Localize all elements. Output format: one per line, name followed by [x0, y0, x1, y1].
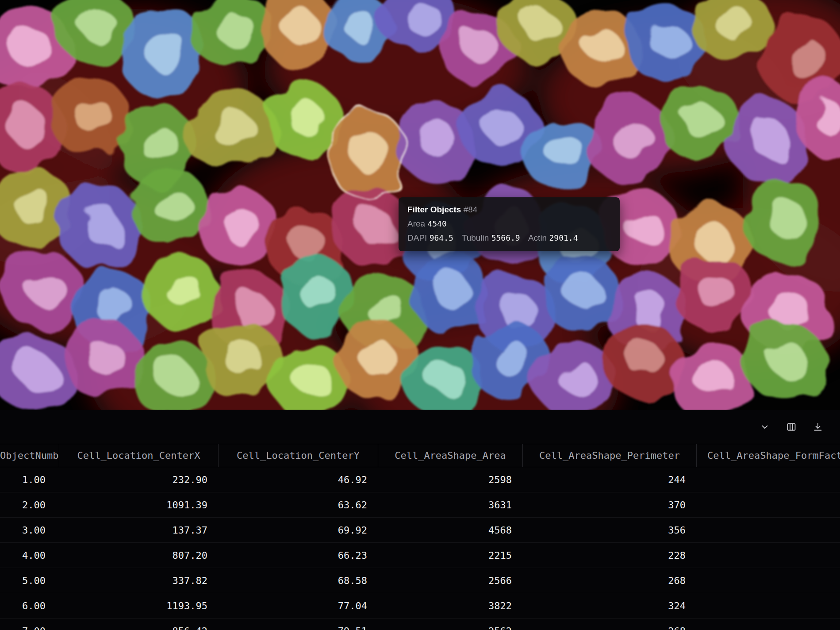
table-cell: 63.62	[218, 499, 378, 511]
table-cell: 268	[522, 575, 696, 586]
actin-label: Actin	[528, 233, 547, 242]
table-cell: 268	[522, 626, 696, 630]
image-viewer[interactable]: Filter Objects #84 Area 4540 DAPI 964.5 …	[0, 0, 840, 410]
table-cell: 356	[522, 525, 696, 536]
table-cell: 6.00	[0, 600, 59, 611]
measurements-table: ObjectNumber Cell_Location_CenterX Cell_…	[0, 444, 840, 630]
table-cell: 244	[522, 474, 696, 485]
tubulin-label: Tubulin	[462, 233, 489, 242]
tooltip-title-row: Filter Objects #84	[407, 203, 611, 217]
table-cell: 4568	[378, 525, 522, 536]
columns-view-button[interactable]	[783, 419, 799, 435]
table-cell: 46.92	[218, 474, 378, 485]
columns-icon	[786, 422, 797, 432]
table-header-row: ObjectNumber Cell_Location_CenterX Cell_…	[0, 444, 840, 467]
table-cell: 3.00	[0, 525, 59, 536]
table-cell: 2215	[378, 550, 522, 561]
table-cell: 807.20	[59, 550, 218, 561]
table-row[interactable]: 7.00856.4279.512562268	[0, 618, 840, 630]
table-cell: 5.00	[0, 575, 59, 586]
table-row[interactable]: 3.00137.3769.924568356	[0, 518, 840, 543]
table-row[interactable]: 2.001091.3963.623631370	[0, 492, 840, 518]
column-header-objectnumber[interactable]: ObjectNumber	[0, 444, 59, 467]
table-body: 1.00232.9046.9225982442.001091.3963.6236…	[0, 467, 840, 630]
table-cell: 68.58	[218, 575, 378, 586]
table-cell: 324	[522, 600, 696, 611]
table-cell: 3631	[378, 499, 522, 511]
column-header-perimeter[interactable]: Cell_AreaShape_Perimeter	[522, 444, 696, 467]
table-cell: 7.00	[0, 626, 59, 630]
table-cell: 1091.39	[59, 499, 218, 511]
column-header-centery[interactable]: Cell_Location_CenterY	[218, 444, 378, 467]
table-cell: 137.37	[59, 525, 218, 536]
table-cell: 2.00	[0, 499, 59, 511]
column-header-formfactor[interactable]: Cell_AreaShape_FormFactor	[696, 444, 840, 467]
app-window: Filter Objects #84 Area 4540 DAPI 964.5 …	[0, 0, 840, 630]
tubulin-value: 5566.9	[491, 233, 520, 242]
table-row[interactable]: 4.00807.2066.232215228	[0, 543, 840, 568]
table-cell: 337.82	[59, 575, 218, 586]
table-cell: 2566	[378, 575, 522, 586]
tooltip-channels-row: DAPI 964.5 Tubulin 5566.9 Actin 2901.4	[407, 231, 611, 245]
table-cell: 4.00	[0, 550, 59, 561]
download-button[interactable]	[810, 419, 826, 435]
table-cell: 2598	[378, 474, 522, 485]
table-cell: 79.51	[218, 626, 378, 630]
table-cell: 69.92	[218, 525, 378, 536]
table-cell: 228	[522, 550, 696, 561]
table-row[interactable]: 5.00337.8268.582566268	[0, 568, 840, 593]
chevron-down-icon	[759, 422, 770, 432]
column-header-centerx[interactable]: Cell_Location_CenterX	[59, 444, 218, 467]
area-value: 4540	[427, 219, 446, 228]
table-row[interactable]: 6.001193.9577.043822324	[0, 593, 840, 618]
column-header-area[interactable]: Cell_AreaShape_Area	[378, 444, 522, 467]
table-cell: 66.23	[218, 550, 378, 561]
table-cell: 232.90	[59, 474, 218, 485]
area-label: Area	[407, 219, 425, 228]
table-cell: 2562	[378, 626, 522, 630]
table-cell: 3822	[378, 600, 522, 611]
download-icon	[813, 422, 823, 432]
table-cell: 1193.95	[59, 600, 218, 611]
table-toolbar	[0, 410, 840, 444]
actin-value: 2901.4	[549, 233, 578, 242]
collapse-panel-button[interactable]	[757, 419, 773, 435]
table-cell: 370	[522, 499, 696, 511]
table-cell: 856.42	[59, 626, 218, 630]
dapi-label: DAPI	[407, 233, 427, 242]
tooltip-object-id: #84	[464, 205, 478, 214]
table-cell: 77.04	[218, 600, 378, 611]
table-cell: 1.00	[0, 474, 59, 485]
tooltip-area-row: Area 4540	[407, 217, 611, 231]
table-row[interactable]: 1.00232.9046.922598244	[0, 467, 840, 492]
tooltip-title: Filter Objects	[407, 205, 461, 214]
data-panel: ObjectNumber Cell_Location_CenterX Cell_…	[0, 410, 840, 630]
dapi-value: 964.5	[430, 233, 453, 242]
object-tooltip: Filter Objects #84 Area 4540 DAPI 964.5 …	[399, 197, 620, 251]
